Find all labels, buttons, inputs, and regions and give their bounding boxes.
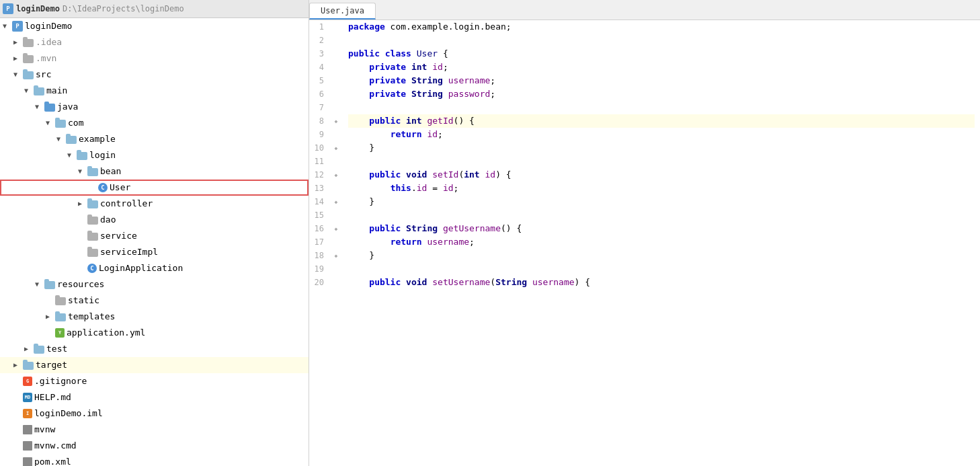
tree-label-service: service [100,229,137,243]
tree-icon-test [34,346,44,354]
file-tree: ▼PloginDemo▶.idea▶.mvn▼src▼main▼java▼com… [0,18,309,466]
tree-item-example[interactable]: ▼example [0,131,309,147]
tree-icon-main [34,87,44,95]
tree-item-controller[interactable]: ▶controller [0,196,309,212]
tree-item-service[interactable]: service [0,228,309,244]
code-line-9[interactable]: return id; [348,128,975,141]
tree-item-loginapp[interactable]: CLoginApplication [0,260,309,276]
tree-icon-appyml: Y [55,328,65,338]
tree-label-user: User [110,180,130,195]
tree-item-root[interactable]: ▼PloginDemo [0,18,309,34]
code-line-8[interactable]: public int getId() { [348,114,975,128]
tree-item-src[interactable]: ▼src [0,67,309,83]
code-area: 1234567891011121314151617181920 ◆◆◆◆◆◆ p… [309,20,980,466]
line-number-6: 6 [309,87,329,101]
tree-item-login[interactable]: ▼login [0,147,309,163]
tree-item-mvnw[interactable]: mvnw [0,422,309,438]
tree-arrow-main: ▼ [24,83,34,98]
code-line-3[interactable]: public class User { [348,47,975,61]
code-line-17[interactable]: return username; [348,235,975,249]
code-line-1[interactable]: package com.example.login.bean; [348,20,975,34]
tree-item-main[interactable]: ▼main [0,83,309,99]
project-icon: P [3,3,13,14]
tree-arrow-controller: ▶ [78,196,87,211]
gutter-item-20 [329,276,343,289]
code-line-12[interactable]: public void setId(int id) { [348,168,975,182]
tree-label-login: login [89,148,116,163]
tree-item-appyml[interactable]: Yapplication.yml [0,325,309,341]
code-line-16[interactable]: public String getUsername() { [348,222,975,235]
tree-item-resources[interactable]: ▼resources [0,276,309,293]
line-number-9: 9 [309,128,329,141]
line-numbers: 1234567891011121314151617181920 [309,20,329,466]
gutter-item-4 [329,61,343,74]
tree-item-templates[interactable]: ▶templates [0,309,309,325]
tab-label: User.java [321,6,364,15]
tree-item-gitignore[interactable]: G.gitignore [0,373,309,389]
tree-icon-mvnwcmd [23,441,32,451]
tree-label-java: java [57,100,78,114]
tree-item-java[interactable]: ▼java [0,99,309,115]
tree-label-target: target [36,358,67,373]
tree-item-test[interactable]: ▶test [0,341,309,357]
tree-item-idea[interactable]: ▶.idea [0,34,309,50]
tree-item-iml[interactable]: IloginDemo.iml [0,405,309,422]
line-number-20: 20 [309,276,329,289]
tree-item-mvnwcmd[interactable]: mvnw.cmd [0,438,309,454]
tree-icon-gitignore: G [23,377,32,386]
tree-item-static[interactable]: static [0,293,309,309]
tree-item-com[interactable]: ▼com [0,115,309,131]
tree-label-mvnwcmd: mvnw.cmd [34,438,77,453]
tab-user-java[interactable]: User.java [309,3,376,20]
gutter-item-11 [329,155,343,168]
code-line-15[interactable] [348,208,975,222]
code-line-18[interactable]: } [348,249,975,262]
tree-icon-example [66,136,77,144]
tree-label-templates: templates [68,309,115,324]
tree-item-mvn[interactable]: ▶.mvn [0,50,309,67]
gutter-item-14: ◆ [329,195,343,208]
tree-icon-login [77,152,87,160]
line-number-16: 16 [309,222,329,235]
code-lines[interactable]: package com.example.login.bean; public c… [343,20,980,466]
tree-label-bean: bean [100,164,121,179]
code-editor: User.java 123456789101112131415161718192… [309,0,980,466]
code-line-19[interactable] [348,262,975,276]
line-number-13: 13 [309,182,329,195]
code-line-6[interactable]: private String password; [348,87,975,101]
gutter-item-5 [329,74,343,87]
tree-icon-loginapp: C [87,264,97,273]
code-line-2[interactable] [348,34,975,47]
line-number-7: 7 [309,101,329,114]
tree-label-serviceimpl: serviceImpl [100,245,158,260]
tree-label-controller: controller [100,196,153,211]
tree-arrow-resources: ▼ [35,277,44,292]
tree-item-pomxml[interactable]: pom.xml [0,454,309,466]
tree-icon-src [23,71,34,79]
tree-item-helpmd[interactable]: MDHELP.md [0,389,309,405]
file-tree-sidebar: P loginDemo D:\IdeaProjects\loginDemo ▼P… [0,0,309,466]
tree-label-static: static [68,293,99,308]
gutter-item-13 [329,182,343,195]
tree-arrow-com: ▼ [46,116,55,130]
code-line-14[interactable]: } [348,195,975,208]
code-line-10[interactable]: } [348,141,975,155]
code-line-7[interactable] [348,101,975,114]
gutter-item-7 [329,101,343,114]
tree-arrow-src: ▼ [13,67,23,82]
code-line-13[interactable]: this.id = id; [348,182,975,195]
code-line-5[interactable]: private String username; [348,74,975,87]
line-number-18: 18 [309,249,329,262]
code-line-20[interactable]: public void setUsername(String username)… [348,276,975,289]
tree-label-loginapp: LoginApplication [99,261,183,276]
tree-item-dao[interactable]: dao [0,212,309,228]
tree-label-mvnw: mvnw [34,422,55,437]
code-line-11[interactable] [348,155,975,168]
tree-label-dao: dao [100,212,116,227]
tree-label-appyml: application.yml [67,325,145,340]
tree-item-serviceimpl[interactable]: serviceImpl [0,244,309,260]
tree-item-bean[interactable]: ▼bean [0,163,309,180]
code-line-4[interactable]: private int id; [348,61,975,74]
tree-item-target[interactable]: ▶target [0,357,309,373]
tree-item-user[interactable]: CUser [0,180,309,196]
